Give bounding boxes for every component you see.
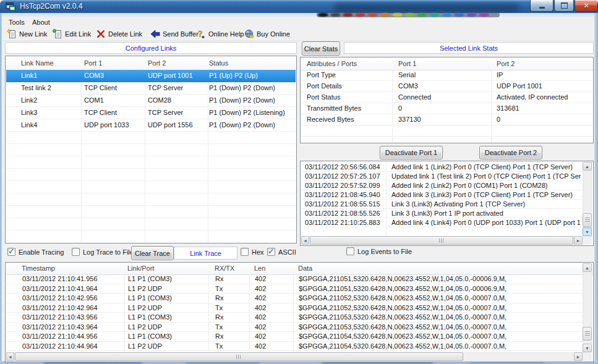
- link-row[interactable]: Link1 COM3 UDP port 1001 P1 (Up) P2 (Up): [6, 70, 296, 82]
- cell-data: $GPGGA,211053,5320.6428,N,00623.4552,W,1…: [299, 313, 580, 321]
- column-header-len[interactable]: Len: [254, 265, 265, 272]
- column-header-link-port[interactable]: Link/Port: [127, 265, 154, 272]
- column-header-timestamp[interactable]: Timestamp: [22, 265, 55, 272]
- trace-row[interactable]: 03/11/2012 21:10:42.956 L1 P1 (COM3) Rx …: [6, 294, 583, 303]
- cell-data: $GPGGA,211052,5320.6428,N,00623.4552,W,1…: [299, 304, 580, 311]
- hscroll-thumb[interactable]: [310, 236, 573, 245]
- trace-row[interactable]: 03/11/2012 21:10:44.956 L1 P1 (COM3) Rx …: [6, 332, 583, 342]
- cell-link-port: L1 P1 (COM3): [128, 294, 207, 302]
- cell-port1: 0: [398, 104, 490, 112]
- event-row[interactable]: 03/11/2012 21:08:55.526 Link 3 (Link3) P…: [301, 209, 583, 218]
- online-help-button[interactable]: ? Online Help: [196, 28, 244, 40]
- scroll-up-button[interactable]: [583, 162, 592, 171]
- column-header-status[interactable]: Status: [209, 59, 228, 67]
- new-link-button[interactable]: New Link: [7, 28, 47, 40]
- clear-trace-button[interactable]: Clear Trace: [131, 246, 174, 260]
- cell-event-timestamp: 03/11/2012 20:57:25.107: [305, 172, 384, 180]
- cell-link-name: Test link 2: [21, 84, 80, 91]
- cell-len: 402: [255, 313, 291, 321]
- vscroll-thumb[interactable]: [583, 327, 592, 341]
- ascii-checkbox[interactable]: [267, 248, 275, 256]
- cell-event-message: Added link 2 (Link2) Port 0 (COM1) Port …: [391, 182, 581, 189]
- event-row[interactable]: 03/11/2012 20:56:56.084 Added link 1 (Li…: [301, 163, 583, 172]
- link-row[interactable]: Link3 TCP Client TCP Server P1 (Down) P2…: [6, 107, 296, 119]
- close-button[interactable]: [575, 0, 598, 12]
- trace-row[interactable]: 03/11/2012 21:10:44.964 L1 P2 UDP Tx 402…: [6, 342, 583, 352]
- event-log-list: 03/11/2012 20:56:56.084 Added link 1 (Li…: [300, 161, 594, 246]
- delete-link-button[interactable]: Delete Link: [96, 28, 142, 40]
- event-row[interactable]: 03/11/2012 20:57:25.107 Updated link 1 (…: [301, 172, 583, 181]
- title-bar: HsTcp2Com v2.0.4: [0, 0, 598, 13]
- cell-event-message: Added link 1 (Link2) Port 0 (TCP Client)…: [391, 163, 581, 171]
- scroll-left-button[interactable]: [301, 236, 309, 245]
- vscroll-thumb[interactable]: [583, 213, 592, 227]
- glass-frame-strip: [2, 13, 594, 17]
- minimize-button[interactable]: [530, 0, 553, 12]
- event-row[interactable]: 03/11/2012 20:57:52.099 Added link 2 (Li…: [301, 181, 583, 190]
- column-header-rxtx[interactable]: RX/TX: [215, 265, 234, 272]
- event-row[interactable]: 03/11/2012 21:08:45.940 Added link 3 (Li…: [301, 190, 583, 200]
- hex-checkbox[interactable]: [241, 248, 249, 256]
- menu-about[interactable]: About: [32, 19, 50, 26]
- cell-port1: COM1: [84, 96, 144, 104]
- cell-port2: Activated, IP connected: [497, 93, 589, 101]
- column-header-link-name[interactable]: Link Name: [21, 59, 54, 67]
- menu-tools[interactable]: Tools: [9, 19, 25, 26]
- column-header-attributes[interactable]: Attributes / Ports: [307, 60, 357, 67]
- trace-row[interactable]: 03/11/2012 21:10:43.956 L1 P1 (COM3) Rx …: [6, 313, 583, 323]
- deactivate-port2-button[interactable]: Deactivate Port 2: [479, 146, 542, 159]
- buy-online-button[interactable]: Buy Online: [244, 28, 290, 40]
- scroll-up-button[interactable]: [583, 263, 592, 272]
- cell-len: 402: [255, 342, 291, 350]
- new-link-label: New Link: [19, 30, 47, 38]
- cell-data: $GPGGA,211054,5320.6428,N,00623.4552,W,1…: [299, 342, 580, 350]
- cell-link-name: Link2: [21, 96, 80, 104]
- cell-attribute: Received Bytes: [307, 116, 391, 123]
- trace-row[interactable]: 03/11/2012 21:10:41.956 L1 P1 (COM3) Rx …: [6, 274, 583, 284]
- column-header-port1[interactable]: Port 1: [84, 59, 102, 67]
- new-link-icon: [7, 29, 17, 39]
- column-header-port2[interactable]: Port 2: [148, 59, 166, 67]
- hscroll-thumb[interactable]: [15, 352, 463, 361]
- log-trace-to-file-checkbox[interactable]: [72, 248, 80, 256]
- log-events-to-file-checkbox[interactable]: [346, 247, 354, 255]
- cell-port2: UDP port 1556: [148, 121, 207, 129]
- column-header-port1[interactable]: Port 1: [398, 60, 416, 67]
- cell-rxtx: Tx: [215, 342, 247, 350]
- clear-trace-label: Clear Trace: [135, 250, 170, 257]
- link-row[interactable]: Link4 UDP port 1033 UDP port 1556 P1 (Do…: [6, 119, 296, 132]
- scroll-down-button[interactable]: [583, 344, 592, 352]
- empty-rows-area: [6, 132, 296, 242]
- edit-link-button[interactable]: Edit Link: [53, 28, 91, 40]
- scroll-right-button[interactable]: [574, 236, 583, 245]
- scroll-down-button[interactable]: [583, 227, 592, 236]
- deactivate-port1-button[interactable]: Deactivate Port 1: [380, 146, 443, 159]
- scroll-right-button[interactable]: [574, 352, 583, 361]
- trace-table: Timestamp Link/Port RX/TX Len Data 03/11…: [5, 262, 594, 362]
- link-row[interactable]: Test link 2 TCP Client TCP Server P1 (Do…: [6, 82, 296, 95]
- thumb-gripper: [236, 355, 242, 359]
- cell-port1: 337130: [398, 116, 490, 123]
- scroll-left-button[interactable]: [6, 352, 14, 361]
- cell-rxtx: Tx: [215, 285, 247, 292]
- column-header-port2[interactable]: Port 2: [497, 60, 515, 67]
- event-row[interactable]: 03/11/2012 21:08:55.515 Link 3 (Link3) A…: [301, 200, 583, 209]
- column-header-data[interactable]: Data: [298, 265, 312, 272]
- cell-status: P1 (Down) P2 (Down): [209, 121, 294, 129]
- trace-row[interactable]: 03/11/2012 21:10:41.964 L1 P2 UDP Tx 402…: [6, 284, 583, 294]
- cell-port2: 0: [497, 116, 589, 123]
- event-row[interactable]: 03/11/2012 21:10:25.883 Added link 4 (Li…: [301, 218, 583, 227]
- send-buffer-button[interactable]: Send Buffer: [150, 28, 199, 40]
- trace-row[interactable]: 03/11/2012 21:10:42.964 L1 P2 UDP Tx 402…: [6, 303, 583, 313]
- cell-port1: COM3: [398, 82, 490, 90]
- link-row[interactable]: Link2 COM1 COM28 P1 (Down) P2 (Down): [6, 95, 296, 107]
- cell-timestamp: 03/11/2012 21:10:42.964: [22, 304, 121, 311]
- clear-stats-button[interactable]: Clear Stats: [302, 41, 340, 56]
- maximize-button[interactable]: [554, 0, 574, 12]
- cell-timestamp: 03/11/2012 21:10:43.956: [22, 313, 121, 321]
- enable-tracing-checkbox[interactable]: [7, 248, 15, 256]
- trace-row[interactable]: 03/11/2012 21:10:43.964 L1 P2 UDP Tx 402…: [6, 323, 583, 332]
- cell-port2: UDP Port 1001: [497, 82, 589, 90]
- delete-link-icon: [96, 29, 106, 39]
- scrollbar-corner: [583, 236, 592, 245]
